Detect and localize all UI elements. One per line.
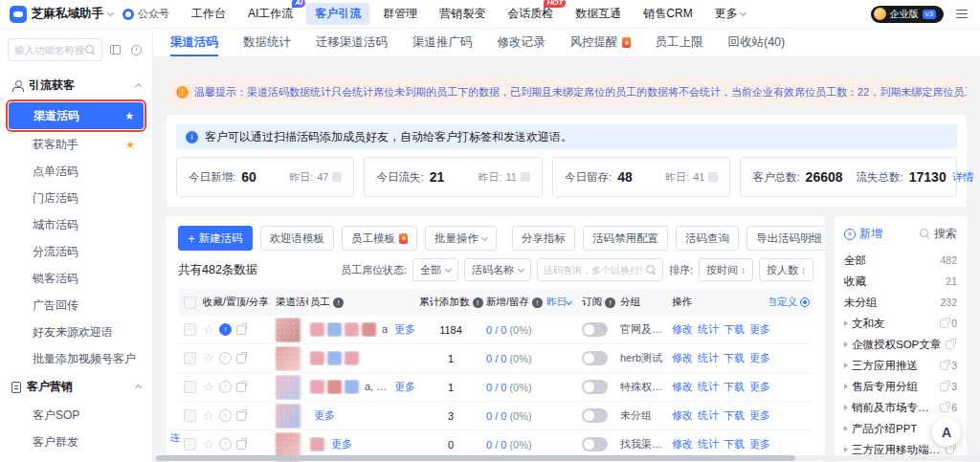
staff-more-link[interactable]: 更多	[394, 380, 415, 394]
nav-customer-acquisition[interactable]: 客户引流	[306, 3, 369, 25]
group-item-ungrouped[interactable]: 未分组232	[842, 292, 959, 313]
collapse-panel-icon[interactable]	[106, 41, 123, 58]
action-edit[interactable]: 修改	[672, 380, 693, 394]
sidebar-item-customer-sop[interactable]: 客户SOP	[8, 402, 145, 429]
action-stats[interactable]: 统计	[698, 322, 719, 337]
share-icon[interactable]	[236, 383, 246, 392]
qr-code-thumbnail[interactable]	[276, 375, 301, 400]
share-icon[interactable]	[236, 354, 246, 363]
group-item-favorites[interactable]: 收藏21	[842, 271, 959, 292]
action-more[interactable]: 更多	[749, 380, 769, 394]
nav-chat-inspection[interactable]: 会话质检HOT	[499, 3, 562, 25]
favorite-star-icon[interactable]	[203, 352, 214, 364]
action-edit[interactable]: 修改	[672, 322, 693, 337]
nav-sales-crm[interactable]: 销售CRM	[635, 3, 701, 25]
yesterday-dropdown[interactable]: 昨日	[546, 296, 567, 309]
nav-group-management[interactable]: 群管理	[374, 3, 426, 25]
batch-actions-button[interactable]: 批量操作	[425, 226, 497, 251]
action-download[interactable]: 下载	[724, 322, 745, 337]
share-icon[interactable]	[236, 325, 246, 335]
qr-code-thumbnail[interactable]	[276, 432, 301, 457]
table-row[interactable]: a, 芝...更多 1 0 / 0(0%) 特殊权限... 修改统计下载更多	[178, 373, 813, 402]
table-row[interactable]: 更多 3 0 / 0(0%) 未分组 修改统计下载更多	[178, 402, 813, 430]
group-item[interactable]: 售后专用分组3	[842, 376, 959, 397]
action-download[interactable]: 下载	[724, 380, 745, 394]
tab-channel-code[interactable]: 渠道活码	[170, 29, 218, 56]
action-more[interactable]: 更多	[749, 437, 769, 451]
sidebar-item-lock-code[interactable]: 锁客活码	[8, 265, 145, 292]
section-acquisition[interactable]: 引流获客	[8, 71, 145, 100]
table-row[interactable]: 1 0 / 0(0%) herb测试 修改统计下载更多	[178, 344, 813, 373]
staff-more-link[interactable]: 更多	[394, 322, 415, 337]
sidebar-item-order-code[interactable]: 点单活码	[8, 158, 145, 185]
tab-change-log[interactable]: 修改记录	[498, 29, 546, 56]
welcome-template-button[interactable]: 欢迎语模板	[260, 226, 335, 251]
section-marketing[interactable]: 客户营销	[8, 372, 145, 402]
row-checkbox[interactable]	[184, 352, 196, 364]
header-custom[interactable]: 自定义	[769, 296, 797, 309]
qr-code-thumbnail[interactable]	[276, 346, 301, 371]
subscribe-toggle[interactable]	[582, 351, 608, 365]
row-checkbox[interactable]	[184, 323, 196, 336]
action-download[interactable]: 下载	[724, 408, 745, 423]
row-checkbox[interactable]	[184, 381, 196, 393]
seat-status-select[interactable]: 全部	[412, 258, 458, 281]
nav-more[interactable]: 更多	[706, 3, 754, 25]
sidebar-item-store-code[interactable]: 门店活码	[8, 185, 145, 211]
tab-data-statistics[interactable]: 数据统计	[243, 29, 291, 56]
group-item[interactable]: 销前及市场专用文...6	[842, 397, 959, 418]
scrollbar-thumb[interactable]	[156, 455, 795, 461]
add-group-button[interactable]: 新增	[844, 226, 882, 242]
menu-icon[interactable]	[953, 7, 970, 22]
subscribe-toggle[interactable]	[582, 380, 608, 394]
sidebar-item-friend-source-welcome[interactable]: 好友来源欢迎语	[8, 319, 145, 345]
row-checkbox[interactable]	[184, 409, 196, 422]
table-row[interactable]: a, 芝...更多 1184 0 / 0(0%) 官网及公... 修改统计下载更…	[178, 316, 813, 344]
sidebar-item-city-code[interactable]: 城市活码	[8, 211, 145, 238]
share-icon[interactable]	[236, 440, 246, 450]
staff-template-button[interactable]: 员工模板	[342, 226, 417, 251]
sort-by-time-button[interactable]: 按时间	[699, 258, 753, 281]
brand[interactable]: 芝麻私域助手	[10, 6, 113, 23]
nav-marketing-fission[interactable]: 营销裂变	[431, 3, 494, 25]
favorite-star-icon[interactable]	[203, 323, 214, 336]
pin-top-icon[interactable]	[219, 409, 232, 422]
sort-by-people-button[interactable]: 按人数	[759, 258, 813, 281]
action-more[interactable]: 更多	[749, 351, 769, 365]
action-more[interactable]: 更多	[749, 322, 769, 337]
sidebar-item-ad-callback[interactable]: 广告回传	[8, 292, 145, 319]
favorite-star-icon[interactable]	[203, 381, 214, 393]
code-disable-config-button[interactable]: 活码禁用配置	[583, 226, 668, 251]
qr-code-thumbnail[interactable]	[276, 318, 301, 342]
group-item[interactable]: 三方应用推送3	[842, 355, 959, 376]
nav-ai-workflow[interactable]: AI工作流AI	[239, 3, 301, 25]
pin-top-icon[interactable]	[219, 352, 232, 364]
action-stats[interactable]: 统计	[698, 380, 719, 394]
new-code-button[interactable]: 新建活码	[178, 226, 253, 251]
sidebar-item-customer-broadcast[interactable]: 客户群发	[8, 429, 145, 455]
plan-badge[interactable]: 企业版 v3	[871, 6, 944, 23]
nav-workbench[interactable]: 工作台	[183, 3, 234, 25]
staff-more-link[interactable]: 更多	[331, 437, 352, 451]
qr-code-thumbnail[interactable]	[276, 404, 301, 429]
group-item[interactable]: 企微授权SOP文章	[842, 334, 959, 355]
tab-risk-alert[interactable]: 风控提醒	[570, 29, 631, 56]
pin-top-icon[interactable]	[219, 381, 232, 393]
favorite-star-icon[interactable]	[203, 409, 214, 422]
favorite-star-icon[interactable]	[203, 438, 214, 451]
code-query-button[interactable]: 活码查询	[676, 226, 739, 251]
export-detail-button[interactable]: 导出活码明细	[746, 226, 825, 251]
action-edit[interactable]: 修改	[672, 437, 693, 451]
action-edit[interactable]: 修改	[672, 351, 693, 365]
nav-data-exchange[interactable]: 数据互通	[567, 3, 630, 25]
action-edit[interactable]: 修改	[672, 408, 693, 423]
subscribe-toggle[interactable]	[582, 322, 608, 337]
group-item-all[interactable]: 全部482	[842, 250, 959, 271]
tab-migrate-channel-code[interactable]: 迁移渠道活码	[316, 29, 388, 56]
sidebar-item-split-code[interactable]: 分流活码	[8, 238, 145, 265]
action-download[interactable]: 下载	[724, 437, 745, 451]
sidebar-search-input[interactable]	[14, 44, 85, 55]
code-search[interactable]	[537, 258, 663, 281]
sidebar-item-channel-code[interactable]: 渠道活码	[9, 102, 144, 129]
sidebar-search[interactable]	[8, 38, 102, 61]
